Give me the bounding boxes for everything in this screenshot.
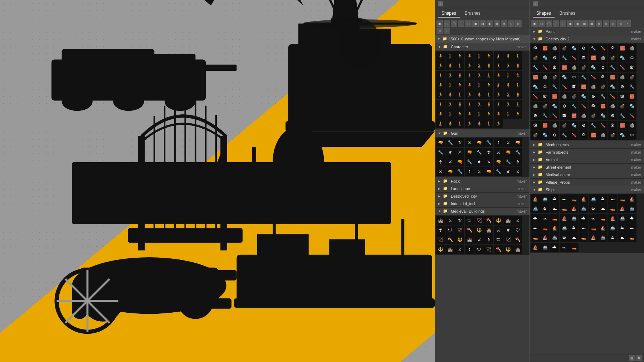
shape-cell[interactable]: 🧍 (436, 80, 445, 90)
group-medival-dekor[interactable]: ▶ 📁 Medival dekor maker (530, 171, 644, 179)
shape-cell[interactable]: 🧱 (589, 130, 598, 140)
shape-cell[interactable]: 🪛 (540, 63, 550, 72)
shape-cell[interactable]: 🔩 (589, 63, 598, 72)
shape-cell[interactable]: 🏃 (445, 100, 455, 109)
group-destroyed-city[interactable]: ▶ 📁 Destroyed_city maker (435, 193, 530, 200)
shape-cell[interactable]: 🏃 (436, 90, 445, 99)
shape-cell[interactable]: 🚤 (589, 223, 598, 233)
shape-cell[interactable]: 🏃 (455, 51, 464, 61)
shape-cell[interactable]: 🧍 (436, 51, 445, 61)
toolbar-icon-11[interactable]: ◇ (508, 20, 514, 27)
shape-cell[interactable]: 🧱 (618, 121, 627, 130)
shape-cell[interactable]: 🚢 (569, 214, 579, 223)
shape-cell[interactable]: 🚢 (531, 204, 540, 213)
shape-cell[interactable]: 🧱 (560, 63, 569, 72)
shape-cell[interactable]: 🏹 (484, 245, 493, 254)
shape-cell[interactable]: 🔫 (503, 148, 513, 157)
shape-cell[interactable]: 🗡 (494, 138, 503, 147)
shape-cell[interactable]: 🧍 (436, 109, 445, 119)
shape-cell[interactable]: 🪛 (627, 111, 636, 120)
shape-cell[interactable]: 🛥 (627, 223, 636, 233)
shape-cell[interactable]: ⛵ (598, 223, 608, 233)
shape-cell[interactable]: 🔩 (540, 53, 550, 63)
toolbar-icon-10[interactable]: ◈ (501, 20, 507, 27)
shape-cell[interactable]: 🚤 (531, 233, 540, 242)
shape-cell[interactable]: 🪛 (589, 73, 598, 82)
shape-cell[interactable]: ⚙ (550, 130, 559, 140)
shape-cell[interactable]: 🪓 (445, 235, 455, 244)
shape-cell[interactable]: 🪛 (608, 92, 617, 101)
shape-cell[interactable]: 🧱 (540, 44, 550, 53)
shape-cell[interactable]: 🛥 (608, 194, 617, 204)
shape-cell[interactable]: ⛵ (540, 233, 550, 242)
shape-cell[interactable]: 🧎 (474, 61, 484, 70)
group-animal[interactable]: ▶ 📁 Animal maker (530, 156, 644, 164)
group-landscape[interactable]: ▶ 📁 Landscape maker (435, 185, 530, 193)
shape-cell[interactable]: 🗡 (503, 225, 513, 235)
shape-cell[interactable]: 🏚 (531, 44, 540, 53)
shape-cell[interactable]: 🪛 (598, 44, 608, 53)
shape-cell[interactable]: 💣 (569, 92, 579, 101)
shape-cell[interactable]: 🔫 (436, 138, 445, 147)
shape-cell[interactable]: ⚙ (598, 63, 608, 72)
toolbar-icon-12[interactable]: ▷ (515, 20, 522, 27)
r-toolbar-icon-10[interactable]: ◈ (596, 20, 602, 27)
shape-cell[interactable]: 🏚 (589, 101, 598, 111)
panel-right-collapse-btn[interactable]: « (533, 1, 538, 6)
shape-cell[interactable]: 🏃 (445, 71, 455, 80)
collection-header[interactable]: ▼ 📁 1500+ Custom shapes (by Mels Mneyan) (435, 35, 530, 43)
shape-cell[interactable]: ⛵ (531, 243, 540, 252)
shape-cell[interactable]: ⛴ (579, 214, 588, 223)
shape-cell[interactable]: 🧎 (513, 100, 522, 109)
shape-cell[interactable]: 🔧 (503, 157, 513, 167)
shape-cell[interactable]: 🧱 (531, 73, 540, 82)
shape-cell[interactable]: 🔧 (589, 44, 598, 53)
shape-cell[interactable]: 🚢 (579, 204, 588, 213)
shape-cell[interactable]: 🔩 (579, 92, 588, 101)
shape-cell[interactable]: 🧍 (445, 61, 455, 70)
shape-cell[interactable]: ⛴ (608, 233, 617, 242)
group-header-ships[interactable]: ▼ 📁 Ships maker (530, 186, 644, 194)
tab-brushes-left[interactable]: Brushes (461, 10, 484, 18)
shape-cell[interactable]: 🏚 (608, 44, 617, 53)
shape-cell[interactable]: 🧍 (465, 109, 474, 119)
shape-cell[interactable]: 🏚 (550, 63, 559, 72)
shape-cell[interactable]: 💣 (531, 53, 540, 63)
shape-cell[interactable]: 🚶 (494, 61, 503, 70)
shape-cell[interactable]: 🚶 (484, 119, 493, 128)
shape-cell[interactable]: 🪛 (618, 63, 627, 72)
shape-cell[interactable]: 🏹 (455, 225, 464, 235)
shape-cell[interactable]: 🔧 (455, 167, 464, 176)
shape-cell[interactable]: ⚙ (608, 111, 617, 120)
shape-cell[interactable]: ⚔ (503, 138, 513, 147)
shape-cell[interactable]: 🪨 (618, 73, 627, 82)
shape-cell[interactable]: 🛥 (560, 194, 569, 204)
shape-cell[interactable]: 🏚 (579, 53, 588, 63)
shape-cell[interactable]: 🏰 (484, 225, 493, 235)
shape-cell[interactable]: 🪓 (484, 216, 493, 225)
shape-cell[interactable]: ⛴ (627, 214, 636, 223)
shape-cell[interactable]: 🛡 (474, 245, 484, 254)
shape-cell[interactable]: ⚙ (618, 82, 627, 91)
shape-cell[interactable]: 🔱 (494, 216, 503, 225)
group-header-character[interactable]: ▼ 📁 Character maker (435, 43, 530, 51)
shape-cell[interactable]: ⚙ (627, 130, 636, 140)
shape-cell[interactable]: 🔩 (550, 101, 559, 111)
toolbar-icon-9[interactable]: ▦ (494, 20, 500, 27)
group-street-element[interactable]: ▶ 📁 Street element maker (530, 164, 644, 171)
group-header-medieval[interactable]: ▼ 📁 Medieval_Buildings maker (435, 208, 530, 215)
r-toolbar-icon-8[interactable]: ◧ (581, 20, 588, 27)
shape-cell[interactable]: 💣 (531, 130, 540, 140)
shape-cell[interactable]: 🔧 (465, 157, 474, 167)
shape-cell[interactable]: 🚤 (598, 214, 608, 223)
shape-cell[interactable]: 🔱 (474, 225, 484, 235)
shape-cell[interactable]: 🏃 (494, 90, 503, 99)
shape-cell[interactable]: 🗡 (436, 225, 445, 235)
shape-cell[interactable]: ⛵ (618, 204, 627, 213)
shape-cell[interactable]: 🚶 (455, 119, 464, 128)
shape-cell[interactable]: 🔧 (494, 167, 503, 176)
shape-cell[interactable]: 🔫 (513, 138, 522, 147)
shape-cell[interactable]: 🪛 (550, 111, 559, 120)
shape-cell[interactable]: 🔧 (540, 111, 550, 120)
shape-cell[interactable]: 🪛 (569, 53, 579, 63)
